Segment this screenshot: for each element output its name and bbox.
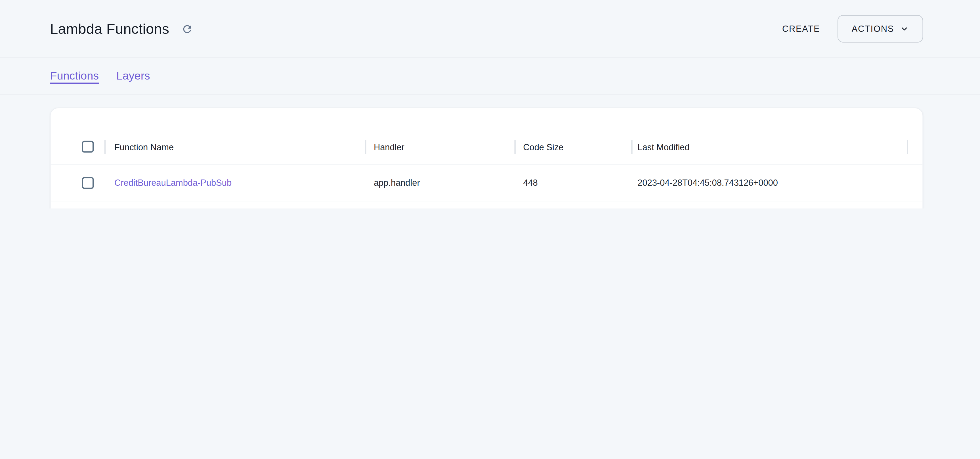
actions-button[interactable]: ACTIONS bbox=[837, 15, 923, 43]
actions-button-label: ACTIONS bbox=[852, 24, 894, 34]
select-all-checkbox[interactable] bbox=[82, 140, 94, 153]
table-header-row: Function Name Handler Code Size Last Mod… bbox=[51, 129, 923, 164]
tab-bar: Functions Layers bbox=[0, 58, 980, 95]
header-checkbox-cell bbox=[51, 129, 104, 164]
table-row: CreditBureauLambda-PubSub app.handler 44… bbox=[51, 164, 923, 201]
column-separator bbox=[514, 140, 515, 153]
column-header-handler[interactable]: Handler bbox=[365, 129, 514, 164]
last-modified-cell: 2023-04-28T04:45:08.743126+0000 bbox=[631, 164, 907, 201]
handler-cell: app-sns.handler bbox=[365, 201, 514, 209]
tab-layers[interactable]: Layers bbox=[116, 69, 150, 82]
functions-table-card: Function Name Handler Code Size Last Mod… bbox=[50, 108, 923, 209]
create-button[interactable]: CREATE bbox=[773, 18, 829, 40]
table-row: BankRecipientPawnshop-PubSub app-sns.han… bbox=[51, 201, 923, 209]
code-size-cell: 448 bbox=[514, 164, 631, 201]
refresh-icon bbox=[181, 23, 193, 35]
refresh-button[interactable] bbox=[179, 21, 196, 37]
column-header-code-size[interactable]: Code Size bbox=[514, 129, 631, 164]
last-modified-cell: 2023-04-28T04:45:15.758726+0000 bbox=[631, 201, 907, 209]
code-size-cell: 1728 bbox=[514, 201, 631, 209]
column-separator bbox=[105, 140, 105, 153]
lambda-functions-page: Lambda Functions CREATE ACTIONS Function… bbox=[0, 0, 980, 209]
handler-cell: app.handler bbox=[365, 164, 514, 201]
chevron-down-icon bbox=[900, 24, 909, 33]
function-name-link[interactable]: CreditBureauLambda-PubSub bbox=[115, 177, 232, 188]
column-header-trailing bbox=[907, 129, 923, 164]
column-header-function-name[interactable]: Function Name bbox=[105, 129, 365, 164]
top-bar: Lambda Functions CREATE ACTIONS bbox=[0, 0, 980, 58]
column-separator bbox=[365, 140, 366, 153]
page-title: Lambda Functions bbox=[50, 21, 169, 37]
column-separator bbox=[907, 140, 908, 153]
column-header-last-modified[interactable]: Last Modified bbox=[631, 129, 907, 164]
column-separator bbox=[631, 140, 632, 153]
tab-functions[interactable]: Functions bbox=[50, 69, 99, 82]
row-checkbox[interactable] bbox=[82, 177, 94, 189]
